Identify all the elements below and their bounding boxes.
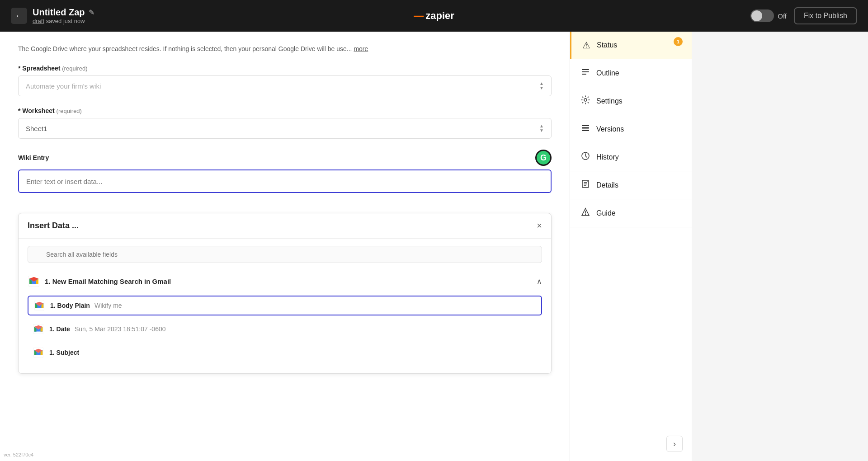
details-icon [581, 179, 590, 191]
zap-subtitle: draft saved just now [33, 18, 94, 24]
sidebar-label-history: History [596, 153, 619, 161]
search-field-container: ○ [19, 239, 551, 270]
svg-point-7 [584, 99, 587, 101]
toggle-knob [751, 10, 762, 21]
zap-title: Untitled Zap [33, 7, 85, 18]
section-chevron: ∧ [537, 277, 542, 286]
versions-icon [581, 123, 590, 135]
insert-data-header: Insert Data ... × [19, 213, 551, 239]
zapier-logo: —zapier [414, 10, 454, 22]
version-text: ver. 522f70c4 [4, 452, 33, 457]
expand-icon: › [673, 439, 676, 449]
publish-toggle[interactable] [750, 9, 774, 22]
sidebar-item-history[interactable]: History [570, 143, 692, 171]
center-content: The Google Drive where your spreadsheet … [0, 32, 570, 461]
sidebar-item-details[interactable]: Details [570, 171, 692, 199]
sidebar-item-outline[interactable]: Outline [570, 59, 692, 87]
fix-to-publish-button[interactable]: Fix to Publish [794, 7, 857, 24]
search-wrapper: ○ [28, 246, 542, 263]
outline-icon [581, 67, 590, 79]
gmail-icon [28, 275, 40, 287]
worksheet-select[interactable]: Sheet1 ▲▼ [18, 118, 552, 139]
svg-point-15 [585, 214, 586, 215]
item3-label: 1. Subject [49, 349, 79, 356]
insert-data-title: Insert Data ... [28, 221, 79, 230]
worksheet-field-group: * Worksheet (required) Sheet1 ▲▼ [18, 107, 552, 139]
spreadsheet-chevron: ▲▼ [539, 81, 544, 90]
gmail-icon-item2 [32, 323, 45, 335]
logo-dash: — [414, 10, 424, 22]
header-center: —zapier [414, 10, 454, 22]
expand-sidebar-button[interactable]: › [666, 436, 683, 452]
worksheet-value: Sheet1 [26, 125, 47, 132]
saved-text: saved just now [44, 18, 85, 24]
item1-value: Wikify me [94, 302, 122, 309]
user-avatar-button[interactable]: G [535, 150, 552, 166]
wiki-entry-field-group: Wiki Entry G [18, 150, 552, 193]
sidebar-label-outline: Outline [596, 69, 619, 77]
wiki-entry-header: Wiki Entry G [18, 150, 552, 166]
settings-icon [581, 95, 590, 107]
toggle-label: Off [778, 12, 787, 20]
section-header-left: 1. New Email Matching Search in Gmail [28, 275, 171, 287]
wiki-entry-label: Wiki Entry [18, 154, 49, 161]
draft-link[interactable]: draft [33, 18, 44, 24]
warning-icon: ⚠ [582, 40, 590, 51]
sidebar-item-status[interactable]: ⚠ Status 1 [570, 32, 692, 59]
zap-title-area: Untitled Zap ✎ draft saved just now [33, 7, 94, 24]
gmail-icon-item3 [32, 346, 45, 359]
data-section: 1. New Email Matching Search in Gmail ∧ [19, 270, 551, 373]
sidebar-item-versions[interactable]: Versions [570, 115, 692, 143]
spreadsheet-field-group: * Spreadsheet (required) Automate your f… [18, 65, 552, 96]
list-item[interactable]: 1. Body Plain Wikify me [28, 296, 542, 315]
status-badge: 1 [674, 37, 683, 46]
svg-rect-9 [582, 127, 589, 129]
worksheet-chevron: ▲▼ [539, 124, 544, 133]
spreadsheet-select[interactable]: Automate your firm's wiki ▲▼ [18, 75, 552, 96]
main-layout: The Google Drive where your spreadsheet … [0, 32, 868, 461]
section-header[interactable]: 1. New Email Matching Search in Gmail ∧ [28, 270, 542, 292]
back-button[interactable]: ← [11, 8, 27, 24]
guide-icon [581, 207, 590, 219]
header-right: Off Fix to Publish [750, 7, 857, 24]
spreadsheet-value: Automate your firm's wiki [26, 82, 101, 90]
form-area: The Google Drive where your spreadsheet … [0, 32, 570, 213]
svg-rect-5 [582, 71, 589, 72]
sidebar-label-settings: Settings [596, 97, 623, 105]
gmail-icon-item1 [33, 299, 46, 312]
app-header: ← Untitled Zap ✎ draft saved just now —z… [0, 0, 868, 32]
drive-description-text: The Google Drive where your spreadsheet … [18, 45, 352, 52]
search-input[interactable] [28, 246, 542, 263]
toggle-area: Off [750, 9, 787, 22]
item2-label: 1. Date [49, 325, 70, 333]
header-left: ← Untitled Zap ✎ draft saved just now [11, 7, 94, 24]
svg-rect-6 [582, 74, 586, 75]
worksheet-required: (required) [57, 108, 82, 114]
wiki-entry-input[interactable] [18, 169, 552, 193]
sidebar-item-guide[interactable]: Guide [570, 199, 692, 227]
logo-text: zapier [425, 10, 454, 22]
item2-value: Sun, 5 Mar 2023 18:51:07 -0600 [75, 325, 166, 333]
insert-data-close-button[interactable]: × [537, 221, 542, 231]
edit-icon[interactable]: ✎ [89, 8, 94, 17]
sidebar-label-versions: Versions [596, 125, 624, 133]
list-item[interactable]: 1. Subject [28, 343, 542, 362]
list-item[interactable]: 1. Date Sun, 5 Mar 2023 18:51:07 -0600 [28, 319, 542, 339]
sidebar-label-guide: Guide [596, 209, 616, 217]
svg-rect-8 [582, 125, 589, 126]
sidebar-label-status: Status [597, 41, 617, 49]
history-icon [581, 151, 590, 163]
worksheet-label: * Worksheet (required) [18, 107, 552, 114]
data-items-list: 1. Body Plain Wikify me [28, 292, 542, 366]
right-sidebar: ⚠ Status 1 Outline Settings [570, 32, 692, 461]
section-title: 1. New Email Matching Search in Gmail [45, 278, 171, 285]
more-link[interactable]: more [354, 45, 368, 52]
insert-data-panel: Insert Data ... × ○ [18, 213, 552, 374]
svg-rect-10 [582, 130, 589, 131]
svg-rect-4 [582, 69, 589, 70]
zap-title-row: Untitled Zap ✎ [33, 7, 94, 18]
drive-description: The Google Drive where your spreadsheet … [18, 41, 552, 54]
spreadsheet-label: * Spreadsheet (required) [18, 65, 552, 72]
spreadsheet-label-text: * Spreadsheet [18, 65, 60, 72]
sidebar-item-settings[interactable]: Settings [570, 87, 692, 115]
